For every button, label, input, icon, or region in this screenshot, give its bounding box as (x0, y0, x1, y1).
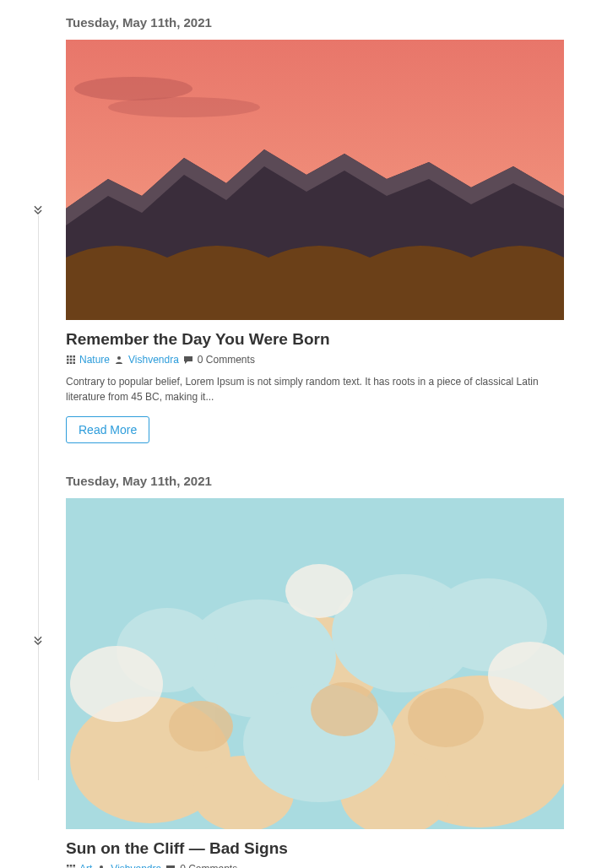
svg-point-3 (108, 97, 260, 117)
post: Tuesday, May 11th, 2021 (66, 474, 564, 868)
timeline-marker-icon (32, 635, 44, 647)
post-comments: 0 Comments (180, 863, 237, 868)
user-icon (96, 864, 106, 868)
svg-point-29 (408, 688, 484, 747)
svg-rect-32 (70, 865, 73, 867)
svg-rect-9 (73, 359, 76, 361)
post-thumbnail[interactable] (66, 498, 564, 829)
svg-rect-33 (73, 865, 76, 867)
svg-point-30 (169, 701, 233, 751)
read-more-button[interactable]: Read More (66, 416, 149, 443)
svg-rect-7 (67, 359, 69, 361)
svg-rect-4 (67, 355, 69, 358)
post-list: Tuesday, May 11th, 2021 Remember the Day… (66, 0, 564, 868)
svg-point-28 (311, 682, 378, 736)
svg-rect-11 (70, 362, 73, 365)
post-excerpt: Contrary to popular belief, Lorem Ipsum … (66, 374, 564, 404)
comment-icon (183, 355, 193, 365)
post-thumbnail[interactable] (66, 40, 564, 320)
post-category[interactable]: Art (79, 863, 92, 868)
post-date: Tuesday, May 11th, 2021 (66, 474, 564, 488)
svg-point-13 (117, 356, 121, 360)
svg-point-25 (70, 646, 163, 722)
user-icon (114, 355, 124, 365)
svg-rect-10 (67, 362, 69, 365)
svg-rect-12 (73, 362, 76, 365)
grid-icon (66, 864, 76, 868)
svg-rect-8 (70, 359, 73, 361)
svg-rect-31 (67, 865, 69, 867)
svg-rect-5 (70, 355, 73, 358)
post-author[interactable]: Vishvendra (111, 863, 161, 868)
grid-icon (66, 355, 76, 365)
post: Tuesday, May 11th, 2021 Remember the Day… (66, 15, 564, 443)
post-title[interactable]: Sun on the Cliff — Bad Signs (66, 839, 564, 858)
post-title[interactable]: Remember the Day You Were Born (66, 330, 564, 349)
svg-point-27 (285, 564, 353, 618)
post-category[interactable]: Nature (79, 354, 110, 366)
post-meta: Art Vishvendra 0 Comments (66, 863, 564, 868)
svg-point-2 (74, 77, 192, 100)
post-author[interactable]: Vishvendra (128, 354, 179, 366)
comment-icon (165, 864, 176, 868)
timeline-line (38, 215, 39, 780)
post-meta: Nature Vishvendra 0 Comments (66, 354, 564, 366)
svg-rect-6 (73, 355, 76, 358)
timeline-marker-icon (32, 204, 44, 216)
post-date: Tuesday, May 11th, 2021 (66, 15, 564, 30)
post-comments: 0 Comments (198, 354, 255, 366)
